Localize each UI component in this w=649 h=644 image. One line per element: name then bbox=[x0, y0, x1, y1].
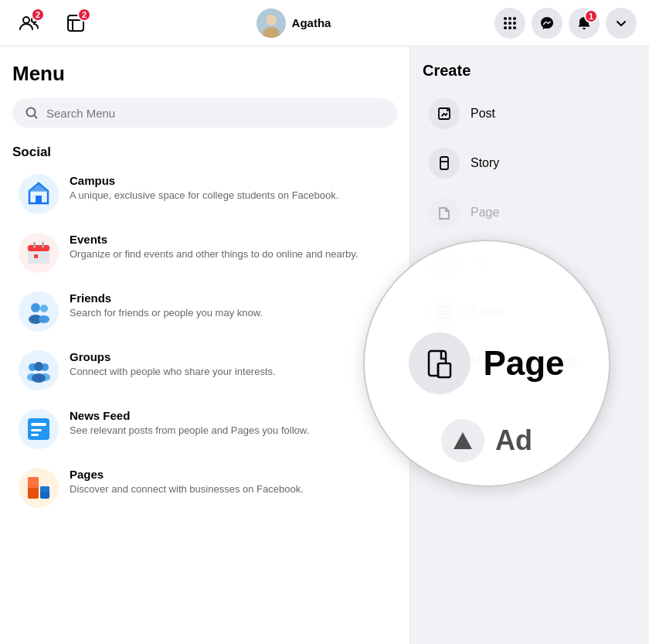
svg-point-13 bbox=[508, 26, 511, 29]
svg-point-4 bbox=[266, 15, 277, 26]
magnified-ad-icon bbox=[441, 419, 484, 462]
svg-point-12 bbox=[504, 26, 507, 29]
svg-rect-40 bbox=[31, 434, 39, 436]
create-story-item[interactable]: Story bbox=[423, 140, 637, 186]
friends-desc: Search for friends or people you may kno… bbox=[70, 306, 263, 320]
svg-point-14 bbox=[513, 26, 516, 29]
menu-item-friends[interactable]: Friends Search for friends or people you… bbox=[12, 284, 397, 339]
events-name: Events bbox=[70, 233, 358, 246]
pages-name: Pages bbox=[70, 468, 304, 481]
dropdown-button[interactable] bbox=[606, 8, 637, 39]
notifications-badge: 1 bbox=[584, 9, 598, 23]
story-label: Story bbox=[471, 156, 499, 170]
svg-rect-25 bbox=[42, 242, 44, 248]
svg-point-10 bbox=[508, 22, 511, 25]
social-section-label: Social bbox=[12, 145, 397, 160]
menu-item-pages[interactable]: Pages Discover and connect with business… bbox=[12, 460, 397, 516]
newsfeed-icon bbox=[19, 409, 59, 449]
svg-point-30 bbox=[39, 315, 49, 323]
svg-marker-20 bbox=[29, 183, 48, 191]
left-panel: Menu Social Campus A uni bbox=[0, 46, 409, 644]
svg-point-28 bbox=[40, 305, 48, 312]
groups-badge: 2 bbox=[31, 8, 45, 22]
svg-rect-42 bbox=[28, 477, 39, 488]
svg-point-46 bbox=[447, 109, 449, 111]
groups-nav-button[interactable]: 2 bbox=[12, 6, 46, 40]
svg-point-0 bbox=[23, 17, 29, 23]
svg-rect-26 bbox=[34, 254, 38, 258]
friends-name: Friends bbox=[70, 291, 263, 305]
create-title: Create bbox=[423, 62, 637, 80]
nav-left: 2 2 bbox=[12, 6, 93, 40]
page-label: Page bbox=[471, 206, 499, 220]
apps-button[interactable] bbox=[494, 8, 525, 39]
create-page-item[interactable]: Page bbox=[423, 189, 637, 236]
nav-right-buttons: 1 bbox=[494, 8, 637, 39]
user-profile-nav[interactable]: Agatha bbox=[257, 9, 331, 38]
friends-icon bbox=[19, 291, 59, 332]
svg-point-15 bbox=[27, 108, 36, 117]
svg-rect-23 bbox=[28, 245, 49, 251]
groups-icon bbox=[19, 350, 59, 390]
campus-desc: A unique, exclusive space for college st… bbox=[70, 189, 338, 203]
create-post-item[interactable]: Post bbox=[423, 90, 637, 137]
svg-rect-60 bbox=[438, 363, 450, 377]
menu-item-events[interactable]: Events Organize or find events and other… bbox=[12, 225, 397, 281]
svg-point-11 bbox=[513, 22, 516, 25]
campus-icon bbox=[19, 174, 59, 214]
newsfeed-desc: See relevant posts from people and Pages… bbox=[70, 424, 309, 438]
magnified-page-label: Page bbox=[483, 344, 564, 383]
pages-nav-button[interactable]: 2 bbox=[59, 6, 93, 40]
svg-rect-39 bbox=[31, 429, 42, 431]
story-icon bbox=[429, 148, 460, 179]
page-icon bbox=[429, 197, 460, 228]
svg-rect-44 bbox=[40, 486, 49, 492]
groups-name: Groups bbox=[70, 350, 276, 363]
svg-point-7 bbox=[508, 17, 511, 20]
svg-point-6 bbox=[504, 17, 507, 20]
pages-desc: Discover and connect with businesses on … bbox=[70, 482, 304, 496]
svg-rect-24 bbox=[33, 242, 36, 248]
menu-title: Menu bbox=[12, 62, 397, 86]
svg-point-8 bbox=[513, 17, 516, 20]
search-input[interactable] bbox=[46, 107, 385, 120]
svg-point-9 bbox=[504, 22, 507, 25]
svg-point-27 bbox=[31, 303, 40, 312]
messenger-button[interactable] bbox=[532, 8, 562, 39]
search-icon bbox=[25, 106, 39, 120]
search-bar[interactable] bbox=[12, 98, 397, 128]
magnified-page-overlay: Page Ad bbox=[363, 240, 610, 487]
notifications-button[interactable]: 1 bbox=[569, 8, 600, 39]
campus-name: Campus bbox=[70, 174, 338, 187]
pages-badge: 2 bbox=[77, 8, 91, 22]
svg-point-36 bbox=[32, 373, 46, 383]
svg-rect-19 bbox=[36, 196, 42, 203]
menu-item-newsfeed[interactable]: News Feed See relevant posts from people… bbox=[12, 401, 397, 457]
svg-rect-47 bbox=[440, 157, 448, 169]
post-icon bbox=[429, 98, 460, 129]
avatar bbox=[257, 9, 286, 38]
menu-item-campus[interactable]: Campus A unique, exclusive space for col… bbox=[12, 166, 397, 222]
svg-line-16 bbox=[35, 116, 38, 119]
magnified-page-icon bbox=[409, 332, 471, 394]
post-label: Post bbox=[471, 107, 495, 121]
top-navigation: 2 2 Agatha bbox=[0, 0, 649, 46]
groups-desc: Connect with people who share your inter… bbox=[70, 365, 276, 379]
username-label: Agatha bbox=[292, 16, 331, 29]
pages-icon bbox=[19, 468, 59, 508]
svg-rect-38 bbox=[31, 423, 46, 426]
events-desc: Organize or find events and other things… bbox=[70, 247, 358, 261]
menu-item-groups[interactable]: Groups Connect with people who share you… bbox=[12, 342, 397, 398]
events-icon bbox=[19, 233, 59, 273]
svg-point-33 bbox=[34, 362, 43, 371]
newsfeed-name: News Feed bbox=[70, 409, 309, 422]
magnified-ad-label: Ad bbox=[495, 424, 532, 457]
